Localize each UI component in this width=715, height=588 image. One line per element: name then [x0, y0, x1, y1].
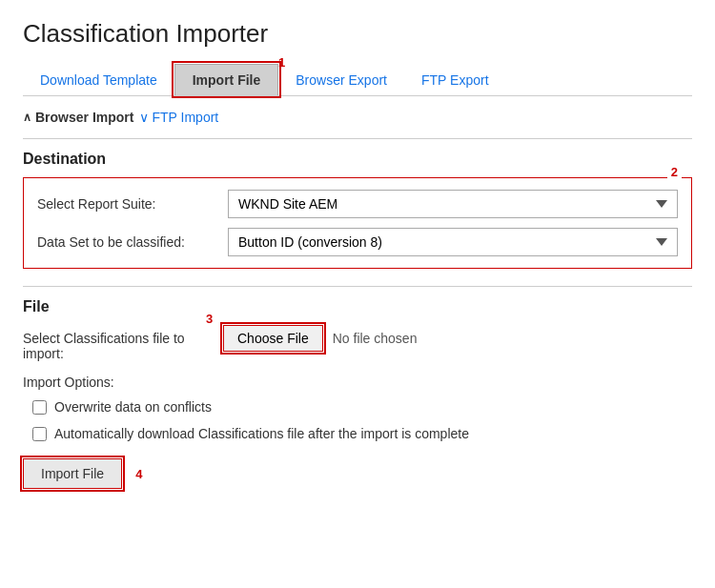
- ftp-import-arrow: ∨: [139, 110, 149, 125]
- divider-file: [23, 286, 692, 287]
- overwrite-checkbox-row: Overwrite data on conflicts: [23, 399, 692, 415]
- section-nav: ∧ Browser Import ∨ FTP Import: [23, 96, 692, 134]
- auto-download-label: Automatically download Classifications f…: [54, 426, 469, 441]
- step3-badge: 3: [204, 312, 214, 326]
- browser-import-nav: ∧ Browser Import: [23, 110, 133, 125]
- dataset-row: Data Set to be classified: Button ID (co…: [37, 228, 678, 256]
- destination-section-label: Destination: [23, 151, 692, 168]
- file-section-label: File: [23, 298, 692, 315]
- step4-badge: 4: [135, 467, 142, 481]
- page-container: Classification Importer Download Templat…: [0, 0, 715, 588]
- ftp-import-label: FTP Import: [152, 110, 218, 125]
- file-section: File 3 Select Classifications file to im…: [23, 298, 692, 441]
- no-file-text: No file chosen: [333, 331, 418, 346]
- file-select-row: 3 Select Classifications file to import:…: [23, 325, 692, 361]
- tab-import-file[interactable]: Import File 1: [174, 64, 279, 95]
- auto-download-checkbox-row: Automatically download Classifications f…: [23, 426, 692, 441]
- report-suite-select[interactable]: WKND Site AEM: [228, 190, 678, 218]
- report-suite-row: Select Report Suite: WKND Site AEM: [37, 190, 678, 218]
- import-file-button[interactable]: Import File: [23, 458, 122, 489]
- ftp-import-nav[interactable]: ∨ FTP Import: [139, 110, 218, 125]
- select-file-label-line1: Select Classifications file to: [23, 331, 185, 346]
- report-suite-label: Select Report Suite:: [37, 196, 228, 212]
- tab-bar: Download Template Import File 1 Browser …: [23, 64, 692, 96]
- tab-browser-export[interactable]: Browser Export: [278, 65, 404, 95]
- tab-download-template[interactable]: Download Template: [23, 65, 174, 95]
- overwrite-checkbox[interactable]: [32, 400, 47, 415]
- tab-ftp-export[interactable]: FTP Export: [404, 65, 506, 95]
- destination-box: 2 Select Report Suite: WKND Site AEM Dat…: [23, 177, 692, 269]
- page-title: Classification Importer: [23, 19, 692, 49]
- browser-import-label: Browser Import: [35, 110, 133, 125]
- divider-destination: [23, 138, 692, 139]
- import-btn-row: Import File 4: [23, 458, 692, 489]
- import-options-label: Import Options:: [23, 375, 692, 390]
- dataset-select[interactable]: Button ID (conversion 8): [228, 228, 678, 256]
- file-label-col: Select Classifications file to import:: [23, 325, 214, 361]
- auto-download-checkbox[interactable]: [32, 427, 47, 441]
- overwrite-label: Overwrite data on conflicts: [54, 399, 212, 415]
- dataset-label: Data Set to be classified:: [37, 234, 228, 250]
- file-input-area: Choose File No file chosen: [223, 325, 417, 352]
- step2-badge: 2: [667, 165, 682, 179]
- choose-file-button[interactable]: Choose File: [223, 325, 323, 352]
- browser-import-arrow: ∧: [23, 111, 31, 124]
- select-file-label-line2: import:: [23, 346, 214, 361]
